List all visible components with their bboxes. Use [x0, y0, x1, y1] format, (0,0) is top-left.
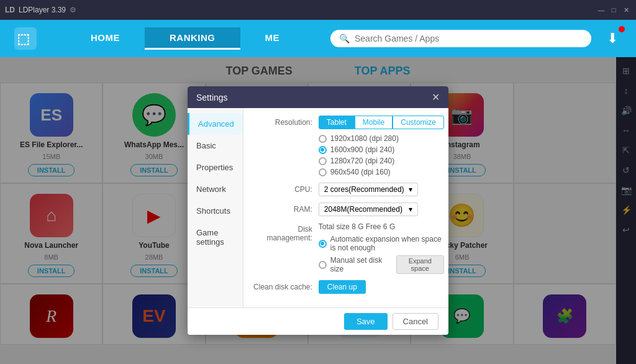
dialog-footer: Save Cancel — [188, 307, 448, 335]
nav-advanced[interactable]: Advanced — [188, 113, 243, 135]
expand-space-button[interactable]: Expand space — [396, 255, 444, 274]
disk-options: Automatic expansion when space is not en… — [319, 235, 444, 274]
disk-value: Total size 8 G Free 6 G Automatic expans… — [319, 222, 444, 274]
cpu-select-value: 2 cores(Recommended) — [324, 185, 404, 194]
download-icon: ⬇ — [607, 30, 618, 47]
disk-manual-label: Manual set disk size — [330, 256, 388, 273]
radio-720[interactable] — [319, 157, 327, 165]
dialog-main: Resolution: Tablet Mobile Customize 1920 — [243, 108, 448, 307]
res-option-720[interactable]: 1280x720 (dpi 240) — [319, 157, 444, 165]
dialog-sidebar: Advanced Basic Properties Network Shortc… — [188, 108, 243, 307]
cancel-button[interactable]: Cancel — [393, 313, 438, 330]
dialog-close-button[interactable]: ✕ — [432, 91, 440, 103]
app-title: LDPlayer 3.39 — [19, 6, 66, 14]
cpu-label: CPU: — [253, 183, 312, 194]
main-content: TOP GAMES TOP APPS ES ES File Explorer..… — [0, 57, 636, 364]
settings-icon[interactable]: ⚙ — [70, 6, 76, 14]
chevron-down-icon: ▾ — [409, 185, 412, 194]
res-tab-mobile[interactable]: Mobile — [355, 116, 393, 129]
navbar: ⬚ HOME RANKING ME 🔍 ⬇ — [0, 20, 636, 57]
radio-auto-expand[interactable] — [319, 240, 327, 248]
res-label-720: 1280x720 (dpi 240) — [330, 157, 394, 165]
disk-auto-label: Automatic expansion when space is not en… — [330, 235, 444, 252]
cpu-select[interactable]: 2 cores(Recommended) ▾ — [319, 183, 418, 196]
disk-label: Disk management: — [253, 222, 312, 242]
nav-game-settings[interactable]: Game settings — [188, 222, 243, 253]
res-option-540[interactable]: 960x540 (dpi 160) — [319, 168, 444, 176]
titlebar-left: LD LDPlayer 3.39 ⚙ — [5, 6, 76, 14]
minimize-button[interactable]: — — [596, 5, 606, 15]
disk-info: Total size 8 G Free 6 G — [319, 222, 444, 231]
res-option-1080[interactable]: 1920x1080 (dpi 280) — [319, 134, 444, 143]
res-label-1080: 1920x1080 (dpi 280) — [330, 134, 399, 143]
cleanup-button[interactable]: Clean up — [319, 280, 366, 294]
resolution-tabs: Tablet Mobile Customize — [319, 116, 444, 129]
app-logo: LD — [5, 6, 15, 14]
nav-shortcuts[interactable]: Shortcuts — [188, 200, 243, 222]
save-button[interactable]: Save — [344, 313, 388, 330]
chevron-down-icon: ▾ — [409, 205, 412, 214]
titlebar: LD LDPlayer 3.39 ⚙ — □ ✕ — [0, 0, 636, 20]
settings-dialog: Settings ✕ Advanced Basic Properties Net… — [188, 86, 448, 335]
resolution-options: 1920x1080 (dpi 280) 1600x900 (dpi 240) 1… — [319, 134, 444, 176]
ram-row: RAM: 2048M(Recommended) ▾ — [253, 202, 444, 216]
svg-text:⬚: ⬚ — [17, 31, 30, 47]
ram-select[interactable]: 2048M(Recommended) ▾ — [319, 202, 418, 216]
dialog-titlebar: Settings ✕ — [188, 86, 448, 108]
radio-900[interactable] — [319, 146, 327, 154]
dialog-body: Advanced Basic Properties Network Shortc… — [188, 108, 448, 307]
res-label-900: 1600x900 (dpi 240) — [330, 145, 394, 154]
maximize-button[interactable]: □ — [609, 5, 619, 15]
dialog-overlay: Settings ✕ Advanced Basic Properties Net… — [0, 57, 636, 364]
resolution-row: Resolution: Tablet Mobile Customize 1920 — [253, 116, 444, 176]
res-tab-tablet[interactable]: Tablet — [319, 116, 355, 129]
res-tab-customize[interactable]: Customize — [393, 116, 444, 129]
clean-disk-label: Clean disk cache: — [253, 280, 312, 291]
res-option-900[interactable]: 1600x900 (dpi 240) — [319, 145, 444, 154]
tab-home[interactable]: HOME — [66, 27, 145, 50]
tab-me[interactable]: ME — [240, 27, 305, 50]
clean-disk-row: Clean disk cache: Clean up — [253, 280, 444, 294]
clean-disk-value: Clean up — [319, 280, 444, 294]
cpu-value: 2 cores(Recommended) ▾ — [319, 183, 444, 196]
download-button[interactable]: ⬇ — [599, 25, 626, 52]
radio-1080[interactable] — [319, 135, 327, 143]
nav-tabs: HOME RANKING ME — [66, 27, 318, 50]
radio-540[interactable] — [319, 168, 327, 176]
dialog-title: Settings — [196, 93, 228, 102]
titlebar-controls: — □ ✕ — [596, 5, 631, 15]
disk-option-manual[interactable]: Manual set disk size Expand space — [319, 255, 444, 274]
search-bar[interactable]: 🔍 — [330, 30, 591, 47]
ram-label: RAM: — [253, 202, 312, 214]
nav-properties[interactable]: Properties — [188, 157, 243, 178]
resolution-value: Tablet Mobile Customize 1920x1080 (dpi 2… — [319, 116, 444, 176]
disk-option-auto[interactable]: Automatic expansion when space is not en… — [319, 235, 444, 252]
search-input[interactable] — [355, 34, 583, 43]
ram-value: 2048M(Recommended) ▾ — [319, 202, 444, 216]
nav-logo: ⬚ — [10, 27, 41, 50]
cpu-row: CPU: 2 cores(Recommended) ▾ — [253, 183, 444, 196]
notification-badge — [619, 26, 625, 32]
close-button[interactable]: ✕ — [621, 5, 631, 15]
resolution-label: Resolution: — [253, 116, 312, 127]
search-icon: 🔍 — [339, 34, 350, 43]
radio-manual[interactable] — [319, 261, 327, 269]
nav-network[interactable]: Network — [188, 178, 243, 200]
disk-row: Disk management: Total size 8 G Free 6 G… — [253, 222, 444, 274]
res-label-540: 960x540 (dpi 160) — [330, 168, 391, 176]
ram-select-value: 2048M(Recommended) — [324, 205, 402, 214]
tab-ranking[interactable]: RANKING — [145, 27, 240, 50]
nav-basic[interactable]: Basic — [188, 135, 243, 157]
